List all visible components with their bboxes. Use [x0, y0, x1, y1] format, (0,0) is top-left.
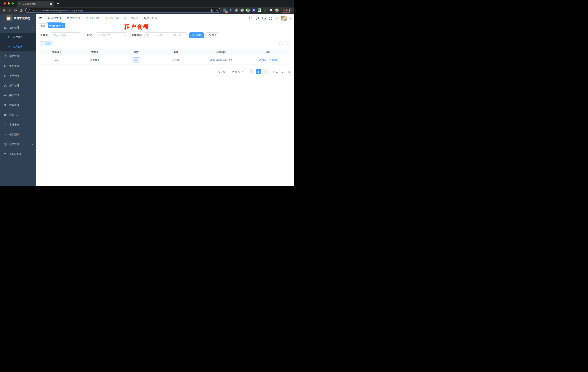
share-icon[interactable]	[210, 9, 213, 12]
extension-gem-icon[interactable]	[229, 9, 232, 12]
help-icon[interactable]: ?	[262, 16, 266, 20]
sidebar-item-label: 字典管理	[9, 104, 34, 107]
logo-avatar	[6, 15, 12, 21]
tab-payment-mgmt[interactable]: ¥ 支付管理	[66, 14, 81, 23]
caret-down-icon[interactable]	[290, 18, 291, 19]
next-page-button[interactable]	[263, 69, 268, 74]
reload-icon[interactable]	[14, 9, 17, 12]
pagination: 共 1 条 10条/页 1 前往 页	[40, 69, 290, 74]
page-unit: 页	[288, 70, 290, 73]
traffic-lights[interactable]	[4, 2, 14, 5]
minimize-window-button[interactable]	[8, 2, 10, 5]
close-tag-icon[interactable]	[61, 25, 63, 27]
extensions-area: 10 ⌘ y	[223, 9, 279, 12]
new-tab-button[interactable]	[56, 2, 59, 5]
show-search-button[interactable]	[278, 41, 283, 46]
sidebar-item-sms-mgmt[interactable]: 短信管理	[0, 139, 36, 149]
cell-package-id: 111	[40, 58, 74, 61]
browser-menu-icon[interactable]	[289, 9, 290, 11]
cell-remark: 小功能	[156, 58, 196, 62]
sidebar-logo[interactable]: 芋道管理系统	[0, 14, 36, 23]
tag-home[interactable]: 首页	[39, 23, 47, 28]
extension-star-icon[interactable]	[263, 9, 267, 12]
data-table: 套餐编号 套餐名 状态 备注 创建时间 操作 111 普通套餐 开启 小功能 2…	[40, 49, 290, 64]
shield-check-icon	[4, 143, 7, 146]
tag-tenant-package[interactable]: 租户套餐	[48, 23, 65, 28]
extension-shield-icon[interactable]	[252, 9, 255, 12]
chevron-right-icon	[265, 71, 266, 73]
add-button[interactable]: 新增	[40, 41, 53, 46]
extension-chat-icon[interactable]	[258, 9, 261, 12]
page-number-button[interactable]: 1	[256, 69, 261, 74]
sidebar-item-label: 短信管理	[9, 143, 32, 146]
browser-update-button[interactable]: 更新	[281, 8, 292, 13]
prev-page-button[interactable]	[249, 69, 254, 74]
home-icon[interactable]	[20, 9, 23, 12]
extension-smiley-icon[interactable]	[275, 9, 279, 12]
sidebar-item-tenant-list[interactable]: 租户列表	[0, 32, 36, 42]
tab-infrastructure[interactable]: 基础设施	[85, 14, 100, 23]
sidebar-item-tenant-package[interactable]: 租户套餐	[0, 42, 36, 52]
github-icon[interactable]	[255, 16, 259, 20]
sidebar-item-user-mgmt[interactable]: 用户管理	[0, 52, 36, 61]
sidebar-submenu-tenant: 租户列表 租户套餐	[0, 32, 36, 52]
sidebar-item-post-mgmt[interactable]: 岗位管理	[0, 91, 36, 100]
name-filter-label: 套餐名	[40, 34, 48, 37]
extension-diamond-icon[interactable]: 10	[223, 9, 226, 12]
tab-statistics[interactable]: 统计报表	[143, 14, 158, 23]
reset-button[interactable]: 重置	[205, 32, 220, 38]
refresh-table-button[interactable]	[285, 41, 290, 46]
extensions-puzzle-icon[interactable]	[269, 9, 273, 12]
search-icon[interactable]	[249, 17, 252, 20]
tab-workflow[interactable]: 工作流程	[124, 14, 138, 23]
extension-y-icon[interactable]: y	[246, 9, 250, 12]
sidebar-item-dept-mgmt[interactable]: 部门管理	[0, 81, 36, 91]
delete-link[interactable]: 删除	[269, 58, 277, 62]
sidebar-collapse-icon[interactable]	[39, 16, 43, 20]
sidebar-item-dict-mgmt[interactable]: 字典管理	[0, 100, 36, 110]
url-bar[interactable]: 127.0.0.1:48080 /admin-ui/system/tenant/…	[25, 8, 220, 13]
forward-icon[interactable]	[8, 9, 11, 12]
sidebar-item-audit-log[interactable]: 审计日志	[0, 120, 36, 130]
sidebar-item-online-users[interactable]: 在线用户	[0, 130, 36, 139]
sidebar-item-menu-mgmt[interactable]: 菜单管理	[0, 71, 36, 81]
name-filter-input[interactable]	[51, 32, 81, 38]
goto-page-input[interactable]	[279, 69, 286, 74]
sidebar-item-tenant-group[interactable]: 租户管理	[0, 23, 36, 32]
edit-link[interactable]: 修改	[259, 58, 266, 62]
close-tab-icon[interactable]	[50, 2, 52, 5]
tab-dev-tools[interactable]: 研发工具	[105, 14, 119, 23]
screen: 芋道管理系统 127.0.0.1:48080 /admin-ui/system/…	[0, 0, 294, 186]
browser-tab[interactable]: 芋道管理系统	[17, 1, 54, 7]
status-filter-select[interactable]: 请选择状态	[96, 32, 127, 38]
site-info-icon[interactable]	[28, 9, 30, 11]
zoom-window-button[interactable]	[11, 2, 14, 5]
search-button[interactable]: 搜索	[189, 32, 204, 38]
monitor-icon	[86, 17, 89, 20]
sidebar-item-error-code[interactable]: </> 错误码管理	[0, 149, 36, 159]
close-window-button[interactable]	[4, 2, 6, 5]
date-range-picker[interactable]: 开始日期 - 结束日期	[145, 32, 187, 38]
sidebar-item-role-mgmt[interactable]: 角色管理	[0, 61, 36, 71]
table-row: 111 普通套餐 开启 小功能 2022-02-22 00:54:00 修改	[40, 55, 290, 64]
bookmark-star-icon[interactable]	[215, 9, 218, 12]
avatar[interactable]	[281, 16, 287, 21]
date-start-placeholder: 开始日期	[150, 34, 166, 37]
edit-label: 修改	[262, 58, 266, 62]
page-size-select[interactable]: 10条/页	[228, 69, 245, 74]
nav-label: 统计报表	[147, 17, 157, 20]
extension-command-icon[interactable]: ⌘	[235, 9, 238, 12]
refresh-icon	[208, 34, 211, 37]
back-icon[interactable]	[2, 9, 6, 12]
url-path: /admin-ui/system/tenant/package	[49, 9, 83, 12]
sidebar-item-notice[interactable]: 通知公告	[0, 110, 36, 120]
font-size-icon[interactable]: TT	[275, 17, 278, 20]
column-header: 状态	[116, 51, 156, 54]
filter-form: 套餐名 状态 请选择状态 创建时间 开始日期 - 结束日期	[40, 32, 290, 38]
fullscreen-icon[interactable]	[269, 17, 272, 20]
tab-system-mgmt[interactable]: 系统管理	[47, 14, 62, 23]
extension-green-dot-icon[interactable]	[241, 9, 244, 12]
column-header: 备注	[156, 51, 196, 54]
update-label: 更新	[283, 9, 288, 12]
browser-tabstrip: 芋道管理系统	[0, 0, 294, 7]
